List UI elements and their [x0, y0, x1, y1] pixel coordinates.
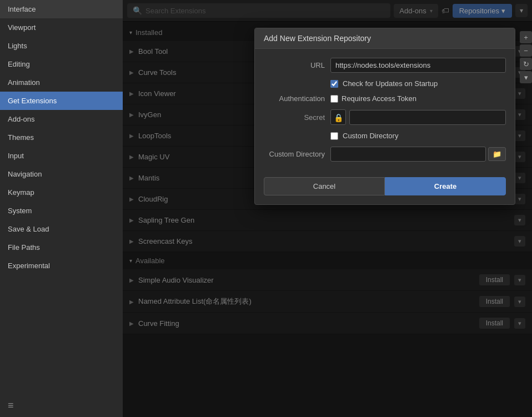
requires-token-checkbox[interactable] [330, 95, 338, 103]
sidebar-menu-icon[interactable]: ≡ [0, 394, 123, 417]
add-repo-modal: Add New Extension Repository URL Check f… [254, 28, 515, 205]
sidebar-item-editing[interactable]: Editing [0, 55, 123, 73]
move-repo-button[interactable]: ▾ [520, 71, 532, 83]
create-button[interactable]: Create [385, 177, 506, 195]
sidebar-item-file-paths[interactable]: File Paths [0, 238, 123, 257]
sidebar-item-experimental[interactable]: Experimental [0, 257, 123, 275]
sidebar-item-get-extensions[interactable]: Get Extensions [0, 92, 123, 110]
sidebar-item-add-ons[interactable]: Add-ons [0, 110, 123, 128]
secret-input[interactable] [349, 110, 506, 125]
sidebar: InterfaceViewportLightsEditingAnimationG… [0, 0, 123, 417]
custom-dir-input[interactable] [330, 147, 486, 162]
check-updates-row: Check for Updates on Startup [264, 79, 506, 88]
sidebar-item-viewport[interactable]: Viewport [0, 18, 123, 37]
modal-footer: Cancel Create [255, 177, 515, 204]
custom-dir-label: Custom Directory [264, 150, 325, 158]
authentication-label: Authentication [264, 94, 325, 103]
modal-body: URL Check for Updates on Startup Authent… [255, 49, 515, 177]
custom-directory-checkbox[interactable] [330, 132, 338, 140]
repo-actions-column: + − ↻ ▾ [518, 28, 532, 87]
refresh-repo-button[interactable]: ↻ [520, 58, 532, 70]
custom-dir-input-wrap: 📁 [330, 147, 506, 162]
modal-overlay: Add New Extension Repository URL Check f… [123, 0, 532, 417]
requires-token-wrap: Requires Access Token [330, 94, 416, 103]
check-updates-checkbox[interactable] [330, 80, 338, 88]
sidebar-item-keymap[interactable]: Keymap [0, 183, 123, 202]
sidebar-item-themes[interactable]: Themes [0, 128, 123, 147]
main-content: 🔍 Add-ons ▾ 🏷 Repositories ▾ ▾ ▾ Install… [123, 0, 532, 417]
requires-token-label: Requires Access Token [342, 94, 416, 103]
secret-input-wrap: 🔒 [330, 109, 506, 125]
sidebar-item-input[interactable]: Input [0, 147, 123, 165]
sidebar-item-navigation[interactable]: Navigation [0, 165, 123, 183]
secret-row: Secret 🔒 [264, 109, 506, 125]
sidebar-item-save--load[interactable]: Save & Load [0, 220, 123, 238]
remove-repo-button[interactable]: − [520, 44, 532, 57]
url-row: URL [264, 58, 506, 73]
custom-dir-row: Custom Directory 📁 [264, 147, 506, 162]
lock-icon: 🔒 [330, 109, 346, 125]
secret-label: Secret [264, 113, 325, 122]
sidebar-item-interface[interactable]: Interface [0, 0, 123, 18]
url-input[interactable] [330, 58, 506, 73]
cancel-button[interactable]: Cancel [264, 177, 385, 195]
custom-directory-checkbox-label: Custom Directory [343, 132, 398, 140]
modal-title: Add New Extension Repository [255, 28, 515, 49]
check-updates-label: Check for Updates on Startup [343, 79, 438, 88]
authentication-row: Authentication Requires Access Token [264, 94, 506, 103]
sidebar-item-system[interactable]: System [0, 202, 123, 220]
add-repo-button[interactable]: + [520, 31, 532, 43]
sidebar-item-animation[interactable]: Animation [0, 73, 123, 92]
browse-dir-button[interactable]: 📁 [488, 147, 506, 161]
sidebar-item-lights[interactable]: Lights [0, 37, 123, 55]
custom-dir-checkbox-row: Custom Directory [264, 132, 506, 140]
url-label: URL [264, 61, 325, 69]
